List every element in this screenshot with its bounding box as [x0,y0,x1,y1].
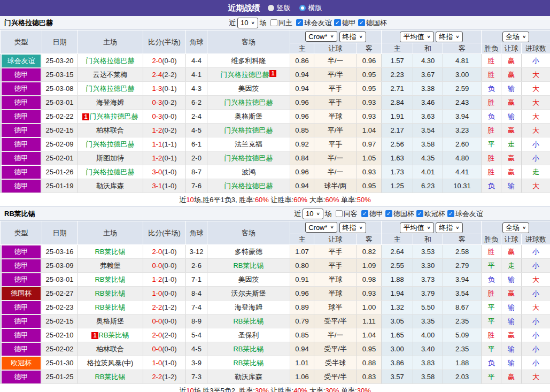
avg-draw: 3.73 [413,273,443,287]
result-scope-select[interactable]: 全场∨ [502,32,529,42]
result-goals: 大 [522,110,550,124]
result-handicap: 走 [501,137,522,151]
result-wdl: 胜 [482,54,501,68]
checkbox-checked-icon[interactable]: ✓ [296,19,303,26]
home-team[interactable]: 门兴格拉德巴赫 [86,168,135,176]
odds-home: 0.91 [290,273,314,287]
odds-stage-select[interactable]: 终指∨ [339,222,366,233]
odds-source-select[interactable]: Crow*∨ [305,222,337,233]
checkbox-checked-icon[interactable]: ✓ [385,210,392,217]
away-team[interactable]: 门兴格拉德巴赫 [224,182,273,190]
checkbox-checked-icon[interactable]: ✓ [358,19,365,26]
match-row: 德甲25-03-01海登海姆0-3(0-2)6-2门兴格拉德巴赫0.96平手0.… [1,96,550,110]
competition-filter[interactable]: ✓德国杯 [385,209,414,219]
away-team[interactable]: RB莱比锡 [233,345,264,353]
result-handicap: 输 [501,356,522,370]
col-home: 主场 [78,221,143,245]
avg-home: 3.86 [382,356,413,370]
home-team[interactable]: RB莱比锡 [95,248,125,256]
home-cell: RB莱比锡 [78,287,143,301]
competition-badge: 德甲 [2,68,41,81]
result-wdl: 胜 [482,124,501,137]
recent-count-select[interactable]: 10 ∨ [303,209,323,219]
avg-odds-select[interactable]: 平均值∨ [400,32,433,42]
home-team[interactable]: RB莱比锡 [95,275,125,283]
competition-badge: 德国杯 [2,287,41,300]
result-handicap: 赢 [501,68,522,82]
competition-filter[interactable]: ✓德甲 [334,18,356,28]
odds-handicap: 半/一 [314,328,357,342]
home-team[interactable]: RB莱比锡 [95,373,125,381]
avg-stage-select[interactable]: 终指∨ [436,222,462,233]
home-team[interactable]: 门兴格拉德巴赫 [86,57,135,65]
checkbox-checked-icon[interactable]: ✓ [361,210,368,217]
avg-home: 2.17 [382,124,413,137]
corner-count: 2-0 [186,151,207,165]
match-row: 德甲25-03-15云达不莱梅2-4(2-2)4-1门兴格拉德巴赫10.94平/… [1,68,550,82]
summary-segment: 30% [357,387,371,392]
result-handicap: 赢 [501,328,522,342]
home-cell: 门兴格拉德巴赫 [78,165,143,179]
away-team[interactable]: 门兴格拉德巴赫 [224,126,273,134]
summary-segment: 40% [293,387,307,392]
away-team[interactable]: 门兴格拉德巴赫 [224,154,273,162]
radio-button-icon[interactable] [268,5,274,11]
away-team[interactable]: RB莱比锡 [233,262,264,270]
home-team[interactable]: 门兴格拉德巴赫 [86,84,135,93]
competition-cell: 德甲 [1,110,42,124]
same-venue-filter[interactable]: 同主 [270,18,292,28]
col-crow-handicap: 让球 [314,43,357,54]
home-team[interactable]: RB莱比锡 [95,303,125,311]
avg-away: 2.79 [443,259,482,273]
odds-source-select[interactable]: Crow*∨ [305,31,337,42]
fulltime-score: 0-0 [152,262,162,270]
odds-handicap: 球半/两 [314,179,357,193]
checkbox-unchecked-icon[interactable] [270,19,277,26]
away-team[interactable]: 门兴格拉德巴赫 [220,71,269,79]
radio-vertical-layout[interactable]: 竖版 [268,3,291,13]
away-team[interactable]: 门兴格拉德巴赫 [224,98,273,106]
summary-segment: 10 [186,196,193,204]
competition-filter[interactable]: ✓德甲 [361,209,383,219]
checkbox-checked-icon[interactable]: ✓ [416,210,423,217]
halftime-score: (1-2) [162,373,176,381]
result-goals: 小 [522,328,550,342]
odds-away: 1.04 [357,328,382,342]
result-scope-select[interactable]: 全场∨ [502,222,529,233]
avg-home: 2.64 [382,245,413,259]
result-handicap: 赢 [501,370,522,384]
avg-home: 2.56 [382,137,413,151]
col-type: 类型 [1,221,42,245]
avg-stage-select[interactable]: 终指∨ [436,32,462,42]
competition-filter[interactable]: ✓球会友谊 [296,18,332,28]
chevron-down-icon: ∨ [330,35,334,39]
competition-filter[interactable]: ✓球会友谊 [447,209,483,219]
summary-segment: 大率: [307,387,325,392]
home-team[interactable]: 门兴格拉德巴赫 [86,140,135,148]
checkbox-checked-icon[interactable]: ✓ [447,210,454,217]
avg-odds-select[interactable]: 平均值∨ [400,222,433,233]
competition-filter[interactable]: ✓德国杯 [358,18,387,28]
home-team[interactable]: RB莱比锡 [99,331,129,339]
competition-filter[interactable]: ✓欧冠杯 [416,209,445,219]
same-venue-filter[interactable]: 同客 [336,209,358,219]
score-cell: 2-0(0-0) [143,54,186,68]
match-row: 德甲25-01-25RB莱比锡2-2(1-2)7-3勒沃库森1.06受平/半0.… [1,370,550,384]
recent-count-select[interactable]: 10 ∨ [237,18,258,28]
checkbox-checked-icon[interactable]: ✓ [334,19,341,26]
odds-stage-select[interactable]: 终指∨ [339,32,366,42]
home-team[interactable]: RB莱比锡 [95,289,125,297]
away-team[interactable]: RB莱比锡 [233,359,264,367]
col-home: 主场 [78,30,143,54]
competition-badge: 德甲 [2,110,41,123]
home-cell: 奥格斯堡 [78,314,143,328]
fulltime-score: 2-0 [152,248,162,256]
away-team[interactable]: RB莱比锡 [233,317,264,325]
competition-filter-label: 德国杯 [393,209,414,219]
avg-home: 1.63 [382,151,413,165]
radio-button-icon[interactable] [299,5,306,11]
radio-horizontal-layout[interactable]: 横版 [299,3,322,13]
avg-away: 3.00 [443,68,482,82]
checkbox-unchecked-icon[interactable] [336,210,343,217]
home-team[interactable]: 门兴格拉德巴赫 [90,112,138,120]
